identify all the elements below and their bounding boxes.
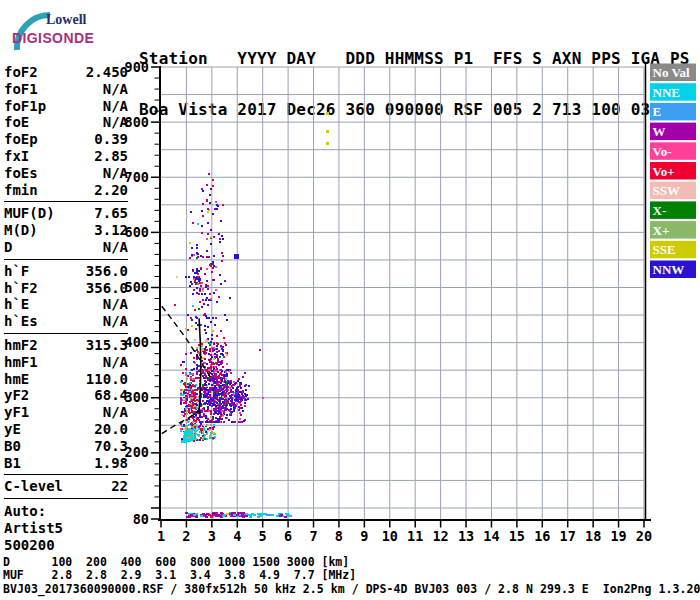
file-info-row: BVJ03_2017360090000.RSF / 380fx512h 50 k… [3,582,700,596]
svg-text:2: 2 [182,528,190,544]
ionogram-plot: 1234567891011121314151617181920200300400… [0,0,700,600]
legend-label: SSW [653,183,680,198]
svg-text:600: 600 [125,224,149,240]
legend-label: No Val [653,65,691,80]
svg-text:700: 700 [125,169,149,185]
svg-text:800: 800 [125,114,149,130]
axes [151,63,651,528]
legend-label: X- [653,203,667,218]
legend-label: Vo+ [653,164,675,179]
svg-text:80: 80 [133,511,149,527]
svg-text:16: 16 [534,528,550,544]
muf-row: MUF 2.8 2.8 2.9 3.1 3.4 3.8 4.9 7.7 [MHz… [3,568,356,582]
svg-text:900: 900 [125,59,149,75]
svg-text:5: 5 [259,528,267,544]
legend-label: E [653,104,662,119]
svg-text:17: 17 [560,528,576,544]
svg-text:4: 4 [233,528,241,544]
svg-text:11: 11 [407,528,423,544]
svg-text:9: 9 [360,528,368,544]
legend-label: SSE [653,242,676,257]
direction-color-legend: No ValNNEEWVo-Vo+SSWX-X+SSENNW [650,64,696,279]
svg-text:300: 300 [125,389,149,405]
svg-text:3: 3 [208,528,216,544]
svg-text:6: 6 [284,528,292,544]
svg-text:12: 12 [432,528,448,544]
ionogram-window: Lowell DIGISONDE Station YYYY DAY DDD HH… [0,0,700,600]
svg-text:18: 18 [585,528,601,544]
svg-text:7: 7 [309,528,317,544]
legend-label: NNW [653,262,685,277]
legend-label: W [653,124,666,139]
distance-row: D 100 200 400 600 800 1000 1500 3000 [km… [3,555,349,569]
legend-label: NNE [653,85,680,100]
svg-text:14: 14 [483,528,499,544]
gridlines [160,67,644,519]
svg-text:8: 8 [335,528,343,544]
legend-label: X+ [653,223,670,238]
svg-text:400: 400 [125,334,149,350]
svg-text:20: 20 [636,528,652,544]
svg-text:10: 10 [382,528,398,544]
svg-text:500: 500 [125,279,149,295]
legend-label: Vo- [653,144,672,159]
svg-text:200: 200 [125,444,149,460]
svg-text:19: 19 [610,528,626,544]
svg-text:1: 1 [157,528,165,544]
svg-text:13: 13 [458,528,474,544]
svg-text:15: 15 [509,528,525,544]
axis-tick-labels: 1234567891011121314151617181920200300400… [125,59,653,544]
